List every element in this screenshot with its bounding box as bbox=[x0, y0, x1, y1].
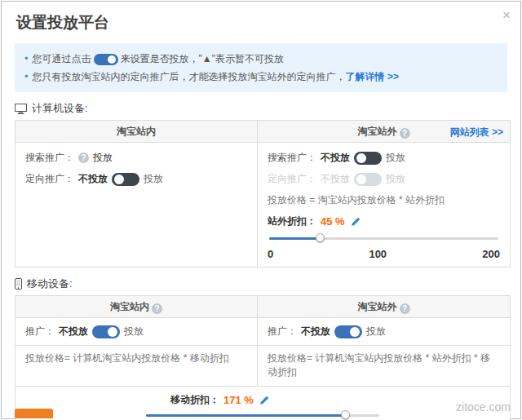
computer-table: 淘宝站内 淘宝站外? 网站列表 >> 搜索推广： ? 投放 定向推广： 不投放 … bbox=[15, 120, 511, 267]
notice-line2-text: 您只有投放淘宝站内的定向推广后，才能选择投放淘宝站外的定向推广， bbox=[33, 71, 346, 82]
slider-knob[interactable] bbox=[341, 410, 350, 419]
watermark: zitoce.com bbox=[456, 400, 511, 413]
toggle-knob bbox=[356, 153, 366, 163]
mobile-discount-block: 移动折扣： 171 % 0 100 200 bbox=[144, 393, 381, 420]
targeted-promo-label: 定向推广： bbox=[25, 172, 74, 186]
mobile-discount-slider bbox=[146, 410, 379, 420]
slider-min-label: 0 bbox=[268, 248, 273, 260]
state-on-label: 投放 bbox=[144, 172, 163, 186]
notice-line-1: •您可通过点击来设置是否投放，"▲"表示暂不可投放 bbox=[24, 50, 498, 68]
search-promo-label: 搜索推广： bbox=[25, 151, 74, 165]
computer-offsite-search-toggle[interactable] bbox=[354, 152, 382, 165]
mobile-discount-label: 移动折扣： bbox=[170, 393, 219, 407]
help-icon[interactable]: ? bbox=[152, 303, 162, 314]
mobile-onsite-promo-toggle[interactable] bbox=[92, 325, 120, 338]
slider-fill bbox=[269, 237, 321, 240]
toggle-knob bbox=[108, 327, 117, 337]
state-on-label: 投放 bbox=[124, 325, 144, 338]
state-on-label: 投放 bbox=[366, 325, 386, 338]
offsite-discount-slider bbox=[269, 233, 498, 244]
state-off-label: 不投放 bbox=[321, 151, 350, 165]
computer-section-title: 计算机设备: bbox=[32, 101, 88, 116]
mobile-section-title: 移动设备: bbox=[27, 276, 73, 291]
mobile-offsite-header: 淘宝站外? bbox=[258, 296, 511, 318]
bullet-icon: • bbox=[24, 70, 29, 82]
notice-line1-pre: 您可通过点击 bbox=[33, 53, 91, 64]
mobile-discount-cell: 移动折扣： 171 % 0 100 200 bbox=[15, 387, 511, 420]
mobile-section-label: 移动设备: bbox=[15, 276, 507, 291]
computer-offsite-header-label: 淘宝站外 bbox=[358, 126, 397, 137]
state-off-label: 不投放 bbox=[59, 325, 88, 338]
computer-section-label: 计算机设备: bbox=[15, 101, 507, 116]
set-platform-dialog: × 设置投放平台 •您可通过点击来设置是否投放，"▲"表示暂不可投放 •您只有投… bbox=[1, 1, 521, 419]
promo-label: 推广： bbox=[25, 325, 55, 338]
mobile-onsite-formula-cell: 投放价格= 计算机淘宝站内投放价格 * 移动折扣 bbox=[15, 346, 258, 387]
computer-onsite-search-row: 搜索推广： ? 投放 bbox=[25, 151, 247, 165]
state-off-label: 不投放 bbox=[321, 172, 350, 186]
offsite-discount-label: 站外折扣： bbox=[268, 214, 316, 228]
computer-offsite-cell: 搜索推广： 不投放 投放 定向推广： 不投放 投放 投放价格 = 淘宝站内投放价… bbox=[258, 143, 511, 267]
mobile-offsite-promo-row: 推广： 不投放 投放 bbox=[268, 325, 500, 338]
toggle-knob bbox=[114, 175, 124, 184]
mobile-onsite-promo-cell: 推广： 不投放 投放 bbox=[15, 318, 258, 346]
computer-onsite-header: 淘宝站内 bbox=[15, 121, 258, 143]
edit-mobile-discount-icon[interactable] bbox=[259, 396, 269, 405]
slider-fill bbox=[146, 414, 346, 417]
mobile-onsite-header: 淘宝站内? bbox=[15, 296, 258, 318]
help-icon[interactable]: ? bbox=[78, 153, 89, 163]
offsite-discount-row: 站外折扣： 45 % bbox=[268, 214, 500, 228]
help-icon[interactable]: ? bbox=[400, 303, 410, 314]
monitor-icon bbox=[15, 104, 27, 114]
notice-line1-post: 来设置是否投放，"▲"表示暂不可投放 bbox=[121, 53, 284, 64]
state-off-label: 不投放 bbox=[301, 325, 330, 338]
offsite-discount-value: 45 % bbox=[321, 215, 345, 228]
computer-onsite-targeted-toggle[interactable] bbox=[112, 173, 139, 186]
slider-max-label: 200 bbox=[482, 248, 500, 260]
slider-knob[interactable] bbox=[316, 233, 325, 242]
edit-offsite-discount-icon[interactable] bbox=[351, 217, 361, 227]
computer-offsite-targeted-toggle bbox=[354, 173, 382, 186]
mobile-offsite-promo-toggle[interactable] bbox=[334, 325, 362, 338]
mobile-table: 淘宝站内? 淘宝站外? 推广： 不投放 投放 推广： 不投放 bbox=[15, 295, 511, 420]
mobile-offsite-header-label: 淘宝站外 bbox=[358, 301, 397, 312]
mobile-offsite-formula-cell: 投放价格= 计算机淘宝站内投放价格 * 站外折扣 * 移动折扣 bbox=[258, 346, 511, 387]
dialog-title: 设置投放平台 bbox=[16, 12, 520, 33]
offsite-slider-labels: 0 100 200 bbox=[268, 248, 500, 260]
example-toggle-icon bbox=[94, 54, 118, 65]
offsite-price-formula: 投放价格 = 淘宝站内投放价格 * 站外折扣 bbox=[268, 193, 500, 207]
computer-offsite-search-row: 搜索推广： 不投放 投放 bbox=[268, 151, 500, 165]
mobile-onsite-price-formula: 投放价格= 计算机淘宝站内投放价格 * 移动折扣 bbox=[25, 351, 247, 365]
mobile-onsite-header-label: 淘宝站内 bbox=[110, 301, 149, 312]
computer-onsite-targeted-row: 定向推广： 不投放 投放 bbox=[25, 172, 247, 186]
close-icon[interactable]: × bbox=[502, 8, 511, 22]
computer-offsite-header: 淘宝站外? 网站列表 >> bbox=[258, 121, 511, 143]
search-promo-label: 搜索推广： bbox=[268, 151, 316, 165]
promo-label: 推广： bbox=[268, 325, 297, 338]
notice-box: •您可通过点击来设置是否投放，"▲"表示暂不可投放 •您只有投放淘宝站内的定向推… bbox=[15, 43, 507, 92]
bullet-icon: • bbox=[24, 52, 29, 64]
learn-more-link[interactable]: 了解详情 >> bbox=[346, 71, 399, 82]
mobile-offsite-price-formula: 投放价格= 计算机淘宝站内投放价格 * 站外折扣 * 移动折扣 bbox=[268, 351, 500, 379]
search-promo-state: 投放 bbox=[93, 151, 113, 165]
targeted-promo-label: 定向推广： bbox=[268, 172, 316, 186]
computer-offsite-targeted-row: 定向推广： 不投放 投放 bbox=[268, 172, 500, 186]
notice-line-2: •您只有投放淘宝站内的定向推广后，才能选择投放淘宝站外的定向推广，了解详情 >> bbox=[24, 68, 498, 86]
state-on-label: 投放 bbox=[386, 151, 405, 165]
toggle-knob bbox=[356, 175, 366, 184]
mobile-discount-value: 171 % bbox=[223, 394, 254, 406]
state-off-label: 不投放 bbox=[78, 172, 108, 186]
slider-mid-label: 100 bbox=[369, 248, 387, 260]
toggle-knob bbox=[108, 55, 116, 64]
phone-icon bbox=[15, 278, 22, 290]
website-list-link[interactable]: 网站列表 >> bbox=[450, 126, 503, 139]
toggle-knob bbox=[350, 327, 360, 337]
mobile-onsite-promo-row: 推广： 不投放 投放 bbox=[25, 325, 247, 338]
help-icon[interactable]: ? bbox=[400, 128, 410, 139]
save-button[interactable] bbox=[15, 409, 53, 418]
mobile-discount-row: 移动折扣： 171 % bbox=[170, 393, 381, 407]
computer-onsite-header-label: 淘宝站内 bbox=[117, 126, 156, 137]
state-on-label: 投放 bbox=[386, 172, 405, 186]
computer-onsite-cell: 搜索推广： ? 投放 定向推广： 不投放 投放 bbox=[15, 143, 258, 267]
mobile-offsite-promo-cell: 推广： 不投放 投放 bbox=[258, 318, 511, 346]
